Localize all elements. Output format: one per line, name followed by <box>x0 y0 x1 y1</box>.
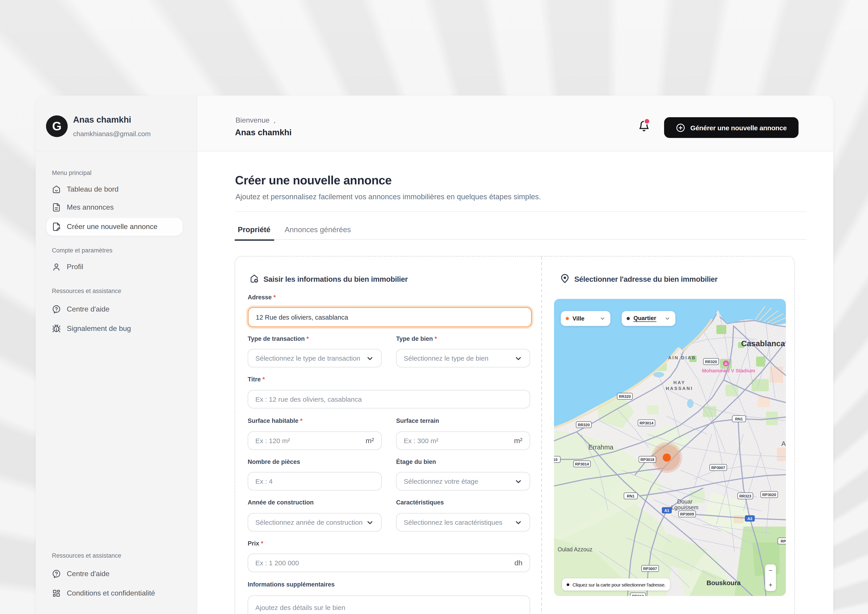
svg-text:RP3020: RP3020 <box>762 493 776 497</box>
svg-text:RP3014: RP3014 <box>639 421 653 425</box>
svg-text:RN1: RN1 <box>627 494 635 498</box>
svg-text:Aï: Aï <box>781 440 786 447</box>
svg-text:10: 10 <box>554 457 557 462</box>
svg-text:RP3007: RP3007 <box>711 466 725 470</box>
svg-text:Oulad Azzouz: Oulad Azzouz <box>558 546 593 552</box>
svg-text:RP3009: RP3009 <box>680 512 694 516</box>
svg-text:AIN DIAB: AIN DIAB <box>668 355 696 360</box>
svg-text:HASSANI: HASSANI <box>666 386 693 391</box>
svg-text:RR320: RR320 <box>619 394 631 399</box>
svg-text:Douar: Douar <box>677 498 692 505</box>
svg-text:RP3018: RP3018 <box>640 457 654 462</box>
svg-text:A3: A3 <box>747 516 752 521</box>
svg-text:RP3007: RP3007 <box>643 567 657 571</box>
svg-text:RR310: RR310 <box>632 594 644 596</box>
svg-text:RR320: RR320 <box>705 360 717 364</box>
svg-text:RR320: RR320 <box>578 423 590 427</box>
svg-text:RR323: RR323 <box>739 494 751 498</box>
svg-text:HAY: HAY <box>674 380 686 385</box>
svg-text:Bouskoura: Bouskoura <box>706 579 741 586</box>
svg-text:Errahma: Errahma <box>588 443 614 451</box>
svg-text:RN1: RN1 <box>735 417 743 421</box>
svg-text:Casablanca: Casablanca <box>741 339 785 348</box>
svg-text:RP3014: RP3014 <box>575 462 589 467</box>
svg-text:A1: A1 <box>664 509 669 513</box>
svg-text:Lgouissem: Lgouissem <box>671 504 698 510</box>
svg-text:RP30: RP30 <box>781 539 786 543</box>
svg-text:Mohammed V Stadium: Mohammed V Stadium <box>702 368 755 374</box>
